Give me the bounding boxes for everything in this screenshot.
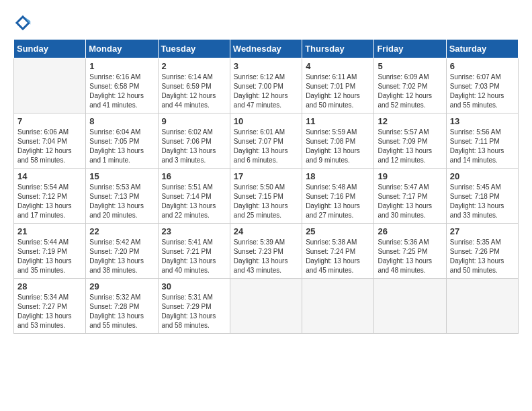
day-cell: 21Sunrise: 5:44 AMSunset: 7:19 PMDayligh… (14, 224, 86, 279)
day-number: 16 (162, 171, 226, 181)
day-info: Sunrise: 6:04 AMSunset: 7:05 PMDaylight:… (89, 128, 154, 165)
day-info: Sunrise: 6:14 AMSunset: 6:59 PMDaylight:… (162, 73, 226, 110)
day-number: 20 (450, 171, 515, 181)
daylight-text: Daylight: 13 hours and 20 minutes. (89, 201, 154, 220)
day-cell: 30Sunrise: 5:31 AMSunset: 7:29 PMDayligh… (158, 279, 230, 334)
day-number: 19 (378, 171, 442, 181)
sunrise-text: Sunrise: 5:51 AM (162, 183, 226, 192)
daylight-text: Daylight: 13 hours and 35 minutes. (17, 257, 82, 275)
sunset-text: Sunset: 7:25 PM (378, 247, 442, 257)
day-cell: 16Sunrise: 5:51 AMSunset: 7:14 PMDayligh… (158, 169, 230, 224)
day-cell: 19Sunrise: 5:47 AMSunset: 7:17 PMDayligh… (374, 169, 446, 224)
column-header-wednesday: Wednesday (230, 40, 302, 58)
sunset-text: Sunset: 7:24 PM (306, 247, 370, 257)
day-cell: 11Sunrise: 5:59 AMSunset: 7:08 PMDayligh… (302, 113, 374, 169)
sunset-text: Sunset: 7:16 PM (306, 192, 370, 201)
daylight-text: Daylight: 13 hours and 22 minutes. (162, 201, 226, 220)
day-number: 2 (162, 61, 226, 71)
day-number: 26 (378, 226, 442, 236)
day-info: Sunrise: 5:36 AMSunset: 7:25 PMDaylight:… (378, 238, 442, 275)
column-header-tuesday: Tuesday (158, 40, 230, 58)
column-header-thursday: Thursday (302, 40, 374, 58)
day-number: 30 (162, 281, 226, 291)
day-info: Sunrise: 5:59 AMSunset: 7:08 PMDaylight:… (306, 128, 370, 165)
day-cell: 20Sunrise: 5:45 AMSunset: 7:18 PMDayligh… (446, 169, 518, 224)
day-number: 12 (378, 116, 442, 126)
daylight-text: Daylight: 13 hours and 58 minutes. (162, 312, 226, 330)
day-info: Sunrise: 6:01 AMSunset: 7:07 PMDaylight:… (234, 128, 298, 165)
week-row-5: 28Sunrise: 5:34 AMSunset: 7:27 PMDayligh… (14, 279, 519, 334)
sunrise-text: Sunrise: 5:57 AM (378, 128, 442, 137)
sunset-text: Sunset: 7:12 PM (17, 192, 82, 201)
sunrise-text: Sunrise: 5:54 AM (17, 183, 82, 192)
sunrise-text: Sunrise: 6:14 AM (162, 73, 226, 82)
daylight-text: Daylight: 13 hours and 25 minutes. (234, 201, 298, 220)
day-info: Sunrise: 5:53 AMSunset: 7:13 PMDaylight:… (89, 183, 154, 220)
daylight-text: Daylight: 13 hours and 38 minutes. (89, 257, 154, 275)
day-info: Sunrise: 5:56 AMSunset: 7:11 PMDaylight:… (450, 128, 515, 165)
day-number: 4 (306, 61, 370, 71)
day-number: 17 (234, 171, 298, 181)
day-info: Sunrise: 5:38 AMSunset: 7:24 PMDaylight:… (306, 238, 370, 275)
day-cell (302, 279, 374, 334)
day-info: Sunrise: 6:02 AMSunset: 7:06 PMDaylight:… (162, 128, 226, 165)
sunset-text: Sunset: 7:06 PM (162, 137, 226, 146)
column-header-sunday: Sunday (14, 40, 86, 58)
day-info: Sunrise: 5:54 AMSunset: 7:12 PMDaylight:… (17, 183, 82, 220)
sunrise-text: Sunrise: 5:34 AM (17, 293, 82, 302)
sunset-text: Sunset: 7:23 PM (234, 247, 298, 257)
day-cell: 6Sunrise: 6:07 AMSunset: 7:03 PMDaylight… (446, 58, 518, 113)
sunrise-text: Sunrise: 6:07 AM (450, 73, 515, 82)
day-info: Sunrise: 5:42 AMSunset: 7:20 PMDaylight:… (89, 238, 154, 275)
logo-icon (13, 13, 32, 32)
day-cell: 27Sunrise: 5:35 AMSunset: 7:26 PMDayligh… (446, 224, 518, 279)
sunrise-text: Sunrise: 6:01 AM (234, 128, 298, 137)
day-info: Sunrise: 5:34 AMSunset: 7:27 PMDaylight:… (17, 293, 82, 330)
day-info: Sunrise: 6:11 AMSunset: 7:01 PMDaylight:… (306, 73, 370, 110)
day-number: 25 (306, 226, 370, 236)
day-info: Sunrise: 5:47 AMSunset: 7:17 PMDaylight:… (378, 183, 442, 220)
day-cell: 15Sunrise: 5:53 AMSunset: 7:13 PMDayligh… (86, 169, 158, 224)
day-info: Sunrise: 5:50 AMSunset: 7:15 PMDaylight:… (234, 183, 298, 220)
day-cell: 1Sunrise: 6:16 AMSunset: 6:58 PMDaylight… (86, 58, 158, 113)
day-number: 14 (17, 171, 82, 181)
daylight-text: Daylight: 12 hours and 58 minutes. (17, 146, 82, 165)
day-cell (230, 279, 302, 334)
daylight-text: Daylight: 12 hours and 52 minutes. (378, 91, 442, 110)
day-number: 13 (450, 116, 515, 126)
sunrise-text: Sunrise: 5:59 AM (306, 128, 370, 137)
daylight-text: Daylight: 13 hours and 43 minutes. (234, 257, 298, 275)
day-cell: 4Sunrise: 6:11 AMSunset: 7:01 PMDaylight… (302, 58, 374, 113)
day-cell: 2Sunrise: 6:14 AMSunset: 6:59 PMDaylight… (158, 58, 230, 113)
logo (13, 13, 35, 32)
day-cell: 5Sunrise: 6:09 AMSunset: 7:02 PMDaylight… (374, 58, 446, 113)
day-cell: 17Sunrise: 5:50 AMSunset: 7:15 PMDayligh… (230, 169, 302, 224)
daylight-text: Daylight: 12 hours and 44 minutes. (162, 91, 226, 110)
day-number: 10 (234, 116, 298, 126)
daylight-text: Daylight: 12 hours and 47 minutes. (234, 91, 298, 110)
sunset-text: Sunset: 7:26 PM (450, 247, 515, 257)
column-header-saturday: Saturday (446, 40, 518, 58)
sunrise-text: Sunrise: 6:04 AM (89, 128, 154, 137)
sunrise-text: Sunrise: 5:44 AM (17, 238, 82, 247)
day-cell: 9Sunrise: 6:02 AMSunset: 7:06 PMDaylight… (158, 113, 230, 169)
sunrise-text: Sunrise: 5:41 AM (162, 238, 226, 247)
sunset-text: Sunset: 7:29 PM (162, 302, 226, 312)
daylight-text: Daylight: 13 hours and 9 minutes. (306, 146, 370, 165)
day-number: 11 (306, 116, 370, 126)
week-row-1: 1Sunrise: 6:16 AMSunset: 6:58 PMDaylight… (14, 58, 519, 113)
daylight-text: Daylight: 13 hours and 17 minutes. (17, 201, 82, 220)
day-cell: 10Sunrise: 6:01 AMSunset: 7:07 PMDayligh… (230, 113, 302, 169)
sunset-text: Sunset: 7:15 PM (234, 192, 298, 201)
sunset-text: Sunset: 7:08 PM (306, 137, 370, 146)
sunrise-text: Sunrise: 6:12 AM (234, 73, 298, 82)
day-info: Sunrise: 6:12 AMSunset: 7:00 PMDaylight:… (234, 73, 298, 110)
day-number: 22 (89, 226, 154, 236)
sunrise-text: Sunrise: 5:47 AM (378, 183, 442, 192)
day-info: Sunrise: 6:09 AMSunset: 7:02 PMDaylight:… (378, 73, 442, 110)
week-row-3: 14Sunrise: 5:54 AMSunset: 7:12 PMDayligh… (14, 169, 519, 224)
column-header-friday: Friday (374, 40, 446, 58)
sunrise-text: Sunrise: 5:45 AM (450, 183, 515, 192)
day-number: 21 (17, 226, 82, 236)
day-number: 1 (89, 61, 154, 71)
